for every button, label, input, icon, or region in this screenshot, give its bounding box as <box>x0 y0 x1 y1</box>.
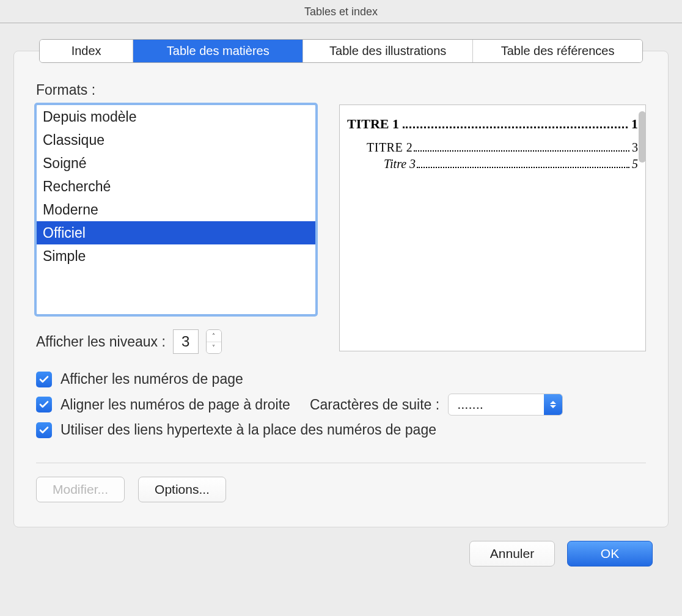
tab-bar: Index Table des matières Table des illus… <box>39 39 643 63</box>
tab-references[interactable]: Table des références <box>472 40 642 62</box>
modify-button: Modifier... <box>36 477 125 502</box>
list-item-selected[interactable]: Officiel <box>37 221 315 244</box>
preview-page-3: 5 <box>632 157 638 171</box>
leader-dots <box>414 150 629 152</box>
leader-dots <box>417 167 629 168</box>
checkbox-use-hyperlinks[interactable] <box>36 422 52 438</box>
list-item[interactable]: Moderne <box>37 198 315 221</box>
preview-heading-1: TITRE 1 <box>347 116 399 132</box>
preview-heading-3: Titre 3 <box>384 157 416 171</box>
cancel-button[interactable]: Annuler <box>469 541 555 566</box>
check-icon <box>38 374 50 385</box>
stepper-down-icon[interactable]: ˅ <box>207 342 221 354</box>
checkbox-label: Aligner les numéros de page à droite <box>61 397 290 413</box>
check-icon <box>38 399 50 410</box>
window-title: Tables et index <box>0 0 682 23</box>
stepper-up-icon[interactable]: ˄ <box>207 330 221 342</box>
tab-illustrations[interactable]: Table des illustrations <box>302 40 472 62</box>
ok-button[interactable]: OK <box>567 541 653 566</box>
checkbox-label: Afficher les numéros de page <box>61 371 243 387</box>
checkbox-label: Utiliser des liens hypertexte à la place… <box>61 422 436 438</box>
check-icon <box>38 425 50 436</box>
checkbox-align-right[interactable] <box>36 397 52 413</box>
list-item[interactable]: Soigné <box>37 152 315 175</box>
tab-toc[interactable]: Table des matières <box>133 40 302 62</box>
leader-select-value: ....... <box>449 397 544 413</box>
preview-heading-2: TITRE 2 <box>367 141 413 155</box>
preview-page-1: 1 <box>631 116 638 132</box>
levels-stepper[interactable]: ˄ ˅ <box>206 329 222 354</box>
leader-select[interactable]: ....... <box>448 394 563 416</box>
levels-label: Afficher les niveaux : <box>36 334 166 350</box>
list-item[interactable]: Depuis modèle <box>37 105 315 128</box>
leader-dots <box>403 127 628 128</box>
preview-pane: TITRE 1 1 TITRE 2 3 Titre 3 5 <box>339 105 646 351</box>
options-button[interactable]: Options... <box>138 477 226 502</box>
tab-panel: Formats : Depuis modèle Classique Soigné… <box>13 51 669 527</box>
list-item[interactable]: Recherché <box>37 175 315 198</box>
divider <box>36 463 646 463</box>
scrollbar-thumb[interactable] <box>639 111 646 163</box>
list-item[interactable]: Simple <box>37 244 315 268</box>
levels-input[interactable] <box>173 329 199 354</box>
preview-page-2: 3 <box>632 141 638 155</box>
formats-listbox[interactable]: Depuis modèle Classique Soigné Recherché… <box>36 105 316 315</box>
formats-label: Formats : <box>36 82 646 98</box>
leader-label: Caractères de suite : <box>310 397 439 413</box>
list-item[interactable]: Classique <box>37 128 315 152</box>
tab-index[interactable]: Index <box>40 40 133 62</box>
checkbox-show-page-numbers[interactable] <box>36 372 52 387</box>
select-caret-icon <box>544 394 562 415</box>
